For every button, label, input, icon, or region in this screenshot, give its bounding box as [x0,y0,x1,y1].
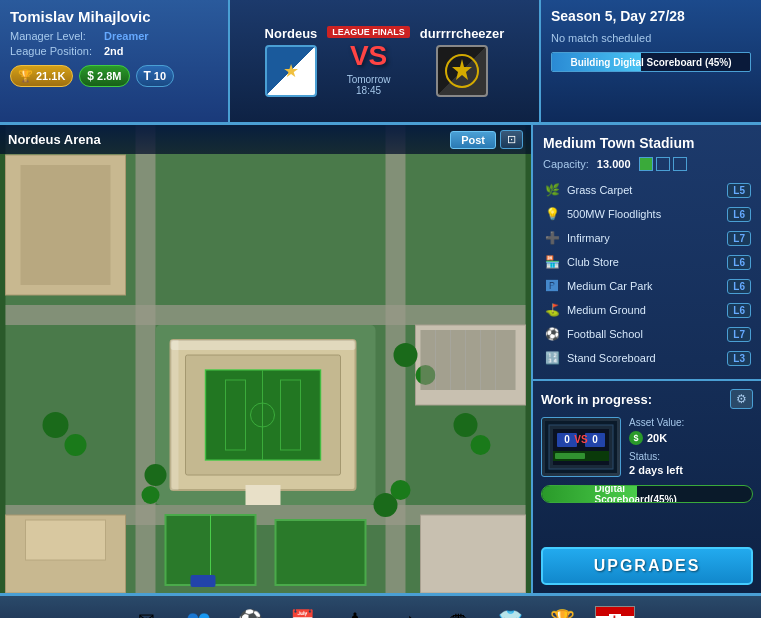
facility-club-store[interactable]: 🏪 Club Store L6 [543,251,751,273]
svg-rect-39 [421,330,516,390]
money-icon: $ [87,69,94,83]
nav-players[interactable]: 👥 [177,600,221,619]
wip-money-icon: $ [629,431,643,445]
manager-level-label: Manager Level: [10,30,100,42]
facility-medium-ground[interactable]: ⛳ Medium Ground L6 [543,299,751,321]
svg-rect-37 [171,340,179,490]
facility-infirmary[interactable]: ➕ Infirmary L7 [543,227,751,249]
stand-scoreboard-name: Stand Scoreboard [567,352,721,364]
svg-rect-55 [555,453,585,459]
mail-icon: ✉ [138,608,155,619]
facility-stand-scoreboard[interactable]: 🔢 Stand Scoreboard L3 [543,347,751,369]
manager-position-label: League Position: [10,45,100,57]
nav-calendar[interactable]: 📅 [281,600,325,619]
cap-box-3 [673,157,687,171]
stadium-info-title: Medium Town Stadium [543,135,751,151]
wip-progress-label: Digital Scoreboard(45%) [595,485,700,503]
fans-value: 21.1K [36,70,65,82]
info-panel: Medium Town Stadium Capacity: 13.000 🌿 G… [531,125,761,593]
svg-point-31 [391,480,411,500]
club-store-level: L6 [727,255,751,270]
wip-thumbnail: VS 0 0 [541,417,621,477]
nav-flag[interactable]: + [593,600,637,619]
svg-rect-21 [421,515,526,593]
wip-content: VS 0 0 Asset Value: $ 20K Sta [541,417,753,477]
car-park-level: L6 [727,279,751,294]
nav-arrow[interactable]: ➡ [385,600,429,619]
stand-scoreboard-level: L3 [727,351,751,366]
upgrades-button[interactable]: UPGRADES [541,547,753,585]
manager-name: Tomislav Mihajlovic [10,8,218,25]
medium-ground-icon: ⛳ [543,301,561,319]
wip-details: Asset Value: $ 20K Status: 2 days left [629,417,753,477]
medium-ground-name: Medium Ground [567,304,721,316]
nav-mail[interactable]: ✉ [125,600,169,619]
season-progress-bar: Building Digital Scoreboard (45%) [551,52,751,72]
car-park-name: Medium Car Park [567,280,721,292]
facility-football-school[interactable]: ⚽ Football School L7 [543,323,751,345]
svg-text:VS: VS [574,434,588,445]
season-panel: Season 5, Day 27/28 No match scheduled B… [541,0,761,122]
wip-status-label: Status: [629,451,753,462]
tokens-badge[interactable]: T 10 [136,65,175,87]
manager-position-row: League Position: 2nd [10,45,218,57]
svg-rect-36 [171,340,356,350]
home-team-section: Nordeus [265,26,318,97]
cap-box-1 [639,157,653,171]
svg-point-26 [394,343,418,367]
svg-rect-4 [136,125,156,593]
stats-row: 🏆 21.1K $ 2.8M T 10 [10,65,218,87]
wip-title: Work in progress: [541,392,652,407]
grass-level: L5 [727,183,751,198]
grass-name: Grass Carpet [567,184,721,196]
tactics-icon: ♟ [346,608,364,619]
infirmary-name: Infirmary [567,232,721,244]
capacity-row: Capacity: 13.000 [543,157,751,171]
vs-text: VS [350,40,387,72]
match-time: Tomorrow 18:45 [347,74,391,96]
svg-point-28 [145,464,167,486]
svg-rect-24 [276,520,366,585]
capacity-value: 13.000 [597,158,631,170]
calendar-icon: 📅 [290,608,315,619]
football-school-icon: ⚽ [543,325,561,343]
stadium-icon: 🏟 [449,608,469,618]
no-match-text: No match scheduled [551,32,751,44]
fans-badge[interactable]: 🏆 21.1K [10,65,73,87]
nav-stadium[interactable]: 🏟 [437,600,481,619]
fans-icon: 🏆 [18,69,33,83]
floodlights-level: L6 [727,207,751,222]
facility-grass[interactable]: 🌿 Grass Carpet L5 [543,179,751,201]
wip-status-value: 2 days left [629,464,753,476]
away-team-name: durrrrcheezer [420,26,505,41]
post-button[interactable]: Post [450,131,496,149]
nav-ball[interactable]: ⚽ [229,600,273,619]
trophy-icon: 🏆 [550,608,575,619]
stadium-name: Nordeus Arena [8,132,101,147]
nav-trophy[interactable]: 🏆 [541,600,585,619]
infirmary-icon: ➕ [543,229,561,247]
svg-point-35 [471,435,491,455]
nav-tactics[interactable]: ♟ [333,600,377,619]
facility-floodlights[interactable]: 💡 500MW Floodlights L6 [543,203,751,225]
match-time-label: Tomorrow [347,74,391,85]
wip-settings-icon[interactable]: ⚙ [730,389,753,409]
nav-shirt[interactable]: 👕 [489,600,533,619]
away-team-crest [436,45,488,97]
svg-text:0: 0 [564,434,570,445]
league-tag: LEAGUE FINALS [327,26,410,38]
shirt-icon: 👕 [498,608,523,619]
money-badge[interactable]: $ 2.8M [79,65,129,87]
grass-icon: 🌿 [543,181,561,199]
vs-section: LEAGUE FINALS VS Tomorrow 18:45 [327,26,410,96]
facility-car-park[interactable]: 🅿 Medium Car Park L6 [543,275,751,297]
capacity-boxes [639,157,687,171]
capacity-label: Capacity: [543,158,589,170]
medium-ground-level: L6 [727,303,751,318]
wip-header: Work in progress: ⚙ [541,389,753,409]
stadium-info-section: Medium Town Stadium Capacity: 13.000 🌿 G… [533,125,761,381]
svg-rect-45 [191,575,216,587]
expand-button[interactable]: ⊡ [500,130,523,149]
svg-rect-2 [6,305,526,325]
top-bar: Tomislav Mihajlovic Manager Level: Dream… [0,0,761,125]
